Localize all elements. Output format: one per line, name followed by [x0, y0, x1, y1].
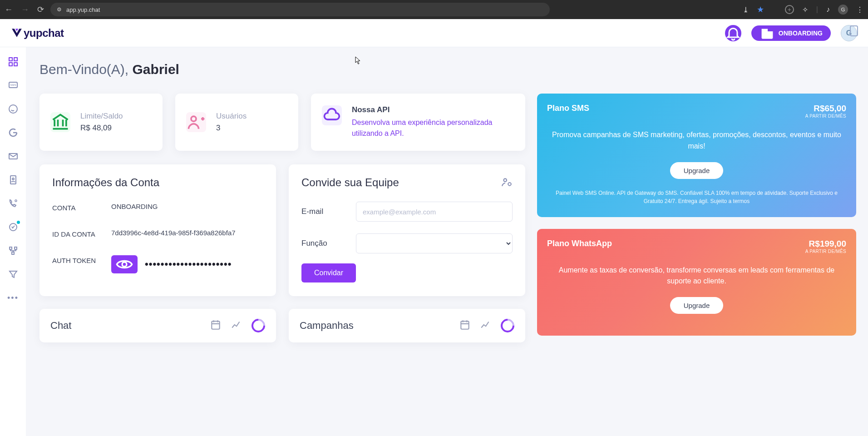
svg-rect-1 — [14, 58, 17, 61]
nav-google[interactable] — [8, 127, 19, 138]
nav-sms[interactable]: SMS — [8, 80, 19, 91]
upgrade-sms-button[interactable]: Upgrade — [670, 162, 724, 179]
svg-point-9 — [12, 178, 14, 180]
svg-point-17 — [504, 178, 507, 182]
account-id-value: 7dd3996c-4e8d-419a-985f-f369a826bfa7 — [111, 229, 263, 237]
line-chart-icon[interactable] — [480, 319, 492, 332]
api-title: Nossa API — [352, 105, 514, 114]
calendar-icon[interactable] — [210, 319, 222, 332]
cloud-icon — [322, 105, 342, 125]
svg-rect-3 — [14, 63, 17, 66]
nav-dashboard[interactable] — [8, 56, 19, 67]
invite-button[interactable]: Convidar — [301, 263, 356, 282]
nav-more[interactable]: ••• — [8, 292, 19, 303]
welcome-heading: Bem-Vindo(A), Gabriel — [39, 62, 856, 77]
promo-sms-price-sub: A PARTIR DE/MÊS — [805, 114, 846, 119]
promo-sms-price: R$65,00 — [805, 104, 846, 114]
balance-label: Limite/Saldo — [80, 112, 123, 121]
notifications-button[interactable] — [725, 25, 741, 41]
reveal-token-button[interactable] — [111, 255, 138, 273]
svg-point-16 — [122, 262, 127, 267]
site-settings-icon[interactable]: ⚙ — [57, 6, 62, 13]
grid-icon — [8, 56, 19, 67]
email-label: E-mail — [301, 207, 347, 216]
users-label: Usuários — [216, 112, 247, 121]
user-avatar[interactable]: G — [841, 25, 857, 41]
account-info-title: Informações da Conta — [52, 176, 263, 189]
svg-rect-13 — [15, 247, 17, 249]
svg-point-15 — [191, 116, 196, 121]
promo-sms-name: Plano SMS — [547, 104, 589, 113]
logo[interactable]: yupchat — [11, 27, 64, 40]
media-icon[interactable]: ♪ — [826, 5, 830, 14]
stat-balance-card: Limite/Saldo R$ 48,09 — [39, 94, 163, 151]
dots-icon: ••• — [7, 293, 19, 303]
svg-point-18 — [508, 183, 511, 186]
svg-rect-19 — [212, 321, 219, 329]
url-text: app.yup.chat — [66, 6, 100, 13]
campaigns-title: Campanhas — [300, 320, 354, 332]
kebab-menu-icon[interactable]: ⋮ — [856, 5, 863, 14]
contact-file-icon — [8, 174, 19, 185]
onboarding-label: ONBOARDING — [779, 30, 823, 37]
mail-icon — [8, 151, 19, 162]
phone-gear-icon — [8, 198, 19, 209]
nav-whatsapp[interactable] — [8, 104, 19, 114]
promo-wa-name: Plano WhatsApp — [547, 239, 612, 248]
email-input[interactable] — [356, 202, 513, 222]
campaigns-stats-card: Campanhas — [289, 309, 525, 342]
reload-icon[interactable]: ⟳ — [37, 5, 44, 15]
new-tab-icon[interactable]: + — [785, 5, 794, 14]
nav-flow[interactable] — [8, 245, 19, 256]
forward-icon[interactable]: → — [21, 5, 29, 15]
invite-title: Convide sua Equipe — [301, 176, 399, 189]
extensions-icon[interactable]: ✧ — [802, 5, 808, 14]
upgrade-wa-button[interactable]: Upgrade — [670, 297, 724, 314]
account-value: ONBOARDING — [111, 203, 263, 210]
building-icon — [760, 25, 775, 41]
google-icon — [8, 127, 19, 138]
svg-rect-2 — [9, 63, 12, 66]
bookmark-star-icon[interactable]: ★ — [757, 5, 764, 15]
role-label: Função — [301, 239, 347, 248]
stat-api-card[interactable]: Nossa API Desenvolva uma experiência per… — [311, 94, 525, 151]
svg-rect-20 — [461, 321, 469, 329]
nav-contacts[interactable] — [8, 174, 19, 185]
nav-filter[interactable] — [8, 269, 19, 280]
svg-point-6 — [9, 105, 17, 113]
browser-profile-avatar[interactable]: G — [838, 5, 848, 15]
invite-team-card: Convide sua Equipe E-mail Função — [289, 164, 525, 296]
calendar-icon[interactable] — [459, 319, 471, 332]
svg-rect-0 — [9, 58, 12, 61]
url-bar[interactable]: ⚙ app.yup.chat — [50, 3, 550, 16]
bell-icon — [725, 25, 741, 41]
back-icon[interactable]: ← — [5, 5, 13, 15]
api-desc: Desenvolva uma experiência personalizada… — [352, 117, 514, 139]
install-icon[interactable]: ⤓ — [743, 5, 749, 14]
nav-chatbot[interactable] — [8, 222, 19, 233]
funnel-icon — [8, 269, 19, 280]
svg-text:SMS: SMS — [10, 84, 16, 86]
promo-sms-body: Promova campanhas de SMS marketing, ofer… — [547, 129, 846, 152]
token-masked: •••••••••••••••••••••• — [145, 258, 232, 270]
role-select[interactable] — [356, 233, 513, 253]
users-value: 3 — [216, 124, 247, 133]
users-icon — [186, 112, 206, 132]
svg-rect-14 — [12, 252, 14, 254]
account-label: CONTA — [52, 203, 111, 213]
chat-stats-card: Chat — [39, 309, 276, 342]
browser-actions: ⤓ ★ + ✧ | ♪ G ⋮ — [743, 5, 863, 15]
onboarding-button[interactable]: ONBOARDING — [751, 25, 831, 41]
svg-rect-12 — [10, 247, 12, 249]
promo-sms-card: Plano SMS R$65,00 A PARTIR DE/MÊS Promov… — [537, 94, 856, 217]
manage-team-icon[interactable] — [501, 176, 513, 190]
nav-voice[interactable] — [8, 198, 19, 209]
account-info-card: Informações da Conta CONTA ONBOARDING ID… — [39, 164, 276, 296]
nav-email[interactable] — [8, 151, 19, 162]
donut-chart-icon[interactable] — [501, 319, 514, 332]
promo-wa-price-sub: A PARTIR DE/MÊS — [805, 249, 846, 254]
line-chart-icon[interactable] — [231, 319, 242, 332]
sidebar: SMS ••• — [0, 47, 26, 436]
donut-chart-icon[interactable] — [252, 319, 265, 332]
flow-icon — [8, 245, 19, 256]
